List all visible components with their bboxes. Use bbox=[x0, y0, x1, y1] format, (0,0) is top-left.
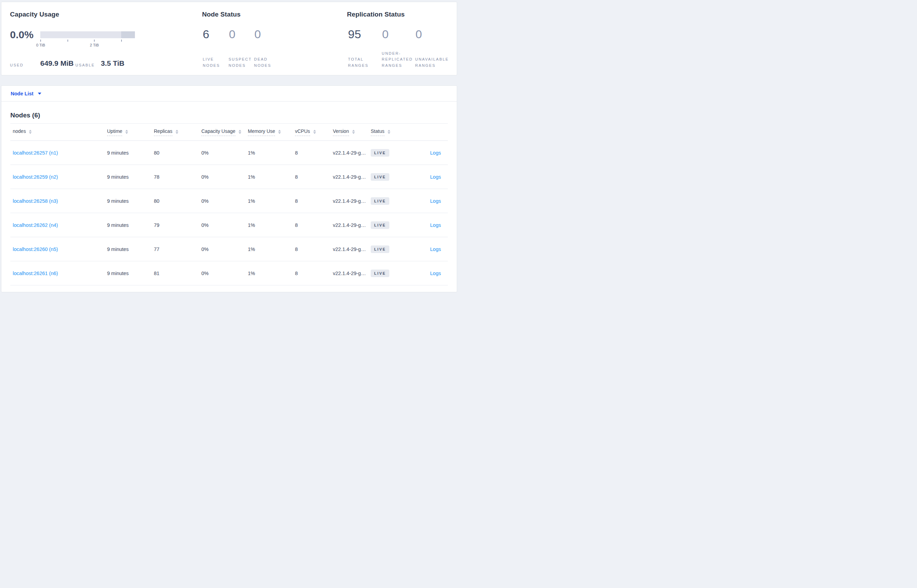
used-label: USED bbox=[10, 63, 23, 67]
sort-icon bbox=[29, 130, 32, 134]
vcpus-cell: 8 bbox=[295, 174, 333, 180]
axis-tick-label: 0 TiB bbox=[34, 43, 47, 47]
nodes-table-title: Nodes (6) bbox=[10, 102, 448, 120]
node-link[interactable]: localhost:26261 (n6) bbox=[13, 271, 58, 276]
unavailable-ranges-count: 0 bbox=[415, 27, 422, 40]
sort-icon bbox=[352, 130, 355, 134]
column-header-vcpus[interactable]: vCPUs bbox=[295, 128, 333, 136]
table-row: localhost:26262 (n4) 9 minutes 79 0% 1% … bbox=[10, 213, 448, 237]
version-cell: v22.1.4-29-g… bbox=[333, 174, 371, 180]
column-header-status[interactable]: Status bbox=[371, 128, 409, 136]
vcpus-cell: 8 bbox=[295, 198, 333, 204]
status-badge: LIVE bbox=[371, 149, 389, 157]
vcpus-cell: 8 bbox=[295, 222, 333, 228]
memory-cell: 1% bbox=[248, 247, 295, 252]
axis-tick-label: 2 TiB bbox=[87, 43, 101, 47]
table-row: localhost:26258 (n3) 9 minutes 80 0% 1% … bbox=[10, 189, 448, 213]
node-list-dropdown-label: Node List bbox=[11, 91, 33, 96]
memory-cell: 1% bbox=[248, 174, 295, 180]
memory-cell: 1% bbox=[248, 198, 295, 204]
capacity-bar-reserved-segment bbox=[121, 31, 135, 38]
replicas-cell: 78 bbox=[154, 174, 201, 180]
table-header-row: nodes Uptime Replicas Capacity Usage Mem… bbox=[10, 124, 448, 141]
nodes-table-section: Nodes (6) nodes Uptime Replicas Capacity… bbox=[10, 102, 448, 285]
status-badge: LIVE bbox=[371, 221, 389, 229]
column-header-label: Memory Use bbox=[248, 128, 275, 136]
node-link[interactable]: localhost:26262 (n4) bbox=[13, 222, 58, 228]
node-status-title: Node Status bbox=[202, 11, 241, 18]
column-header-label: vCPUs bbox=[295, 128, 310, 136]
table-row: localhost:26260 (n5) 9 minutes 77 0% 1% … bbox=[10, 237, 448, 261]
replication-status-title: Replication Status bbox=[347, 11, 405, 18]
live-nodes-label: LIVE NODES bbox=[203, 57, 220, 68]
replicas-cell: 81 bbox=[154, 271, 201, 276]
used-value: 649.9 MiB bbox=[40, 59, 74, 68]
table-row: localhost:26259 (n2) 9 minutes 78 0% 1% … bbox=[10, 165, 448, 189]
column-header-replicas[interactable]: Replicas bbox=[154, 128, 201, 136]
version-cell: v22.1.4-29-g… bbox=[333, 198, 371, 204]
node-link[interactable]: localhost:26258 (n3) bbox=[13, 198, 58, 204]
logs-link[interactable]: Logs bbox=[430, 174, 441, 180]
capacity-usage-title: Capacity Usage bbox=[10, 11, 59, 18]
version-cell: v22.1.4-29-g… bbox=[333, 150, 371, 156]
replicas-cell: 77 bbox=[154, 247, 201, 252]
column-header-version[interactable]: Version bbox=[333, 128, 371, 136]
subnav-bar: Node List bbox=[2, 86, 457, 102]
sort-icon bbox=[176, 130, 178, 134]
node-link[interactable]: localhost:26259 (n2) bbox=[13, 174, 58, 180]
capacity-cell: 0% bbox=[201, 222, 248, 228]
axis-tick bbox=[68, 40, 68, 42]
uptime-cell: 9 minutes bbox=[107, 271, 154, 276]
under-replicated-ranges-label: UNDER- REPLICATED RANGES bbox=[382, 51, 413, 69]
usable-value: 3.5 TiB bbox=[101, 59, 124, 68]
column-header-nodes[interactable]: nodes bbox=[13, 128, 107, 136]
capacity-cell: 0% bbox=[201, 198, 248, 204]
under-replicated-ranges-count: 0 bbox=[382, 27, 389, 40]
dead-nodes-label: DEAD NODES bbox=[254, 57, 271, 68]
summary-card: Capacity Usage 0.0% 0 TiB 2 TiB USED 649… bbox=[1, 2, 457, 75]
status-badge: LIVE bbox=[371, 173, 389, 181]
column-header-label: Status bbox=[371, 128, 384, 136]
logs-link[interactable]: Logs bbox=[430, 150, 441, 156]
unavailable-ranges-label: UNAVAILABLE RANGES bbox=[415, 57, 449, 68]
suspect-nodes-count: 0 bbox=[229, 27, 236, 40]
logs-link[interactable]: Logs bbox=[430, 247, 441, 252]
sort-icon bbox=[239, 130, 241, 134]
sort-icon bbox=[125, 130, 128, 134]
logs-link[interactable]: Logs bbox=[430, 271, 441, 276]
memory-cell: 1% bbox=[248, 271, 295, 276]
column-header-label: Capacity Usage bbox=[201, 128, 236, 136]
column-header-memory-use[interactable]: Memory Use bbox=[248, 128, 295, 136]
sort-icon bbox=[313, 130, 316, 134]
version-cell: v22.1.4-29-g… bbox=[333, 247, 371, 252]
table-row: localhost:26257 (n1) 9 minutes 80 0% 1% … bbox=[10, 141, 448, 165]
status-badge: LIVE bbox=[371, 246, 389, 253]
node-list-dropdown[interactable]: Node List bbox=[11, 91, 41, 96]
capacity-cell: 0% bbox=[201, 271, 248, 276]
total-ranges-count: 95 bbox=[348, 27, 361, 40]
status-badge: LIVE bbox=[371, 270, 389, 277]
replicas-cell: 80 bbox=[154, 150, 201, 156]
column-header-label: Version bbox=[333, 128, 349, 136]
replicas-cell: 80 bbox=[154, 198, 201, 204]
sort-icon bbox=[278, 130, 281, 134]
usable-label: USABLE bbox=[75, 63, 95, 67]
sort-icon bbox=[387, 130, 390, 134]
uptime-cell: 9 minutes bbox=[107, 150, 154, 156]
uptime-cell: 9 minutes bbox=[107, 174, 154, 180]
logs-link[interactable]: Logs bbox=[430, 222, 441, 228]
logs-link[interactable]: Logs bbox=[430, 198, 441, 204]
node-link[interactable]: localhost:26260 (n5) bbox=[13, 247, 58, 252]
node-link[interactable]: localhost:26257 (n1) bbox=[13, 150, 58, 156]
total-ranges-label: TOTAL RANGES bbox=[348, 57, 369, 68]
replicas-cell: 79 bbox=[154, 222, 201, 228]
column-header-capacity-usage[interactable]: Capacity Usage bbox=[201, 128, 248, 136]
uptime-cell: 9 minutes bbox=[107, 198, 154, 204]
uptime-cell: 9 minutes bbox=[107, 222, 154, 228]
column-header-uptime[interactable]: Uptime bbox=[107, 128, 154, 136]
cluster-overview-page: Capacity Usage 0.0% 0 TiB 2 TiB USED 649… bbox=[0, 0, 458, 294]
capacity-usage-percent: 0.0% bbox=[10, 29, 33, 40]
capacity-usage-bar bbox=[40, 31, 135, 38]
status-badge: LIVE bbox=[371, 197, 389, 205]
table-row: localhost:26261 (n6) 9 minutes 81 0% 1% … bbox=[10, 261, 448, 285]
